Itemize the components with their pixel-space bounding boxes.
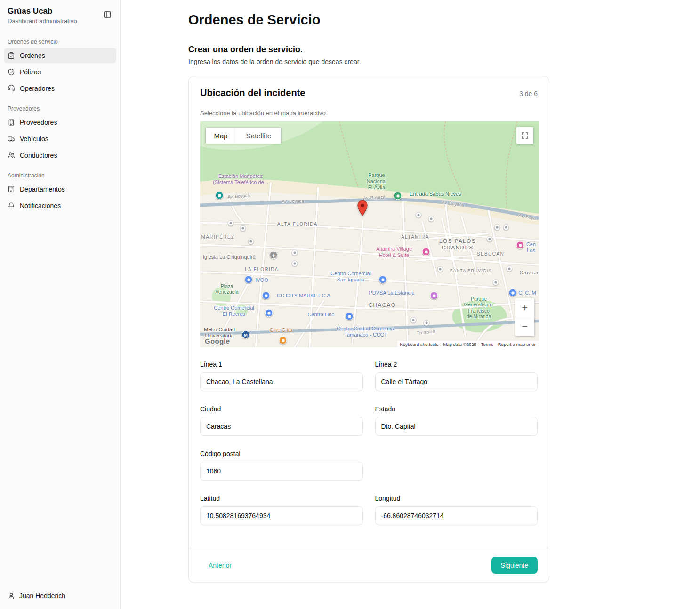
field-estado: Estado bbox=[375, 405, 538, 436]
shopping-icon bbox=[509, 289, 517, 297]
hotel-icon bbox=[422, 248, 430, 256]
poi-dot-icon bbox=[416, 212, 422, 218]
ciudad-input[interactable] bbox=[200, 417, 363, 436]
shopping-icon bbox=[245, 276, 253, 284]
terms-link[interactable]: Terms bbox=[481, 342, 493, 347]
poi-dot-icon bbox=[493, 280, 499, 286]
latitud-input[interactable] bbox=[200, 506, 363, 525]
poi-dot-icon bbox=[424, 320, 430, 326]
nav-section-label: Administración bbox=[4, 169, 116, 182]
truck-icon bbox=[8, 135, 15, 143]
field-linea-1: Línea 1 bbox=[200, 361, 363, 391]
sidebar-item-notificaciones[interactable]: Notificaciones bbox=[4, 198, 116, 213]
poi-dot-icon bbox=[503, 224, 509, 231]
keyboard-shortcuts-link[interactable]: Keyboard shortcuts bbox=[400, 342, 439, 347]
sidebar-item-label: Conductores bbox=[20, 152, 57, 159]
card-title: Ubicación del incidente bbox=[200, 88, 305, 98]
next-button[interactable]: Siguiente bbox=[491, 557, 538, 574]
user-icon bbox=[8, 592, 15, 600]
zoom-out-button[interactable]: − bbox=[515, 317, 534, 336]
satellite-view-button[interactable]: Satellite bbox=[236, 128, 281, 144]
hotel-icon bbox=[516, 241, 524, 249]
google-logo: Google bbox=[205, 337, 230, 345]
field-codigo-postal: Código postal bbox=[200, 450, 363, 481]
report-error-link[interactable]: Report a map error bbox=[498, 342, 536, 347]
fullscreen-button[interactable] bbox=[516, 127, 533, 144]
sidebar-item-label: Departamentos bbox=[20, 185, 65, 193]
bell-icon bbox=[8, 202, 15, 209]
building-icon bbox=[8, 119, 15, 126]
codigo-postal-input[interactable] bbox=[200, 462, 363, 481]
poi-dot-icon bbox=[507, 266, 513, 272]
address-form: Línea 1 Línea 2 Ciudad Estado Código pos… bbox=[200, 361, 538, 525]
section-title: Crear una orden de servicio. bbox=[188, 45, 670, 55]
field-label: Longitud bbox=[375, 495, 538, 502]
sidebar-item-operadores[interactable]: Operadores bbox=[4, 81, 116, 96]
zoom-in-button[interactable]: + bbox=[515, 298, 534, 317]
poi-dot-icon bbox=[487, 236, 493, 242]
sidebar-user[interactable]: Juan Hedderich bbox=[0, 585, 120, 609]
shield-check-icon bbox=[8, 68, 15, 76]
department-building-icon bbox=[8, 185, 15, 193]
poi-dot-icon bbox=[228, 220, 234, 226]
nav-section-label: Proveedores bbox=[4, 103, 116, 115]
field-longitud: Longitud bbox=[375, 495, 538, 525]
app-subtitle: Dashboard administrativo bbox=[8, 17, 113, 24]
sidebar-item-label: Operadores bbox=[20, 85, 55, 92]
poi-dot-icon bbox=[292, 250, 298, 256]
field-label: Código postal bbox=[200, 450, 363, 457]
section-description: Ingresa los datos de la orden de servici… bbox=[188, 58, 670, 65]
sidebar: Grúas Ucab Dashboard administrativo Orde… bbox=[0, 0, 121, 609]
headset-icon bbox=[8, 85, 15, 92]
church-icon: ✝ bbox=[270, 251, 278, 259]
zoom-control: + − bbox=[515, 298, 534, 336]
sidebar-item-proveedores[interactable]: Proveedores bbox=[4, 115, 116, 130]
map-marker-pin bbox=[357, 200, 368, 218]
nav-section-label: Ordenes de servicio bbox=[4, 36, 116, 48]
app-title: Grúas Ucab bbox=[8, 7, 113, 16]
sidebar-item-polizas[interactable]: Pólizas bbox=[4, 64, 116, 80]
map-type-control: Map Satellite bbox=[206, 128, 281, 144]
map-data-text: Map data ©2025 bbox=[443, 342, 476, 347]
step-indicator: 3 de 6 bbox=[519, 90, 538, 97]
map-base-art bbox=[200, 121, 539, 347]
poi-dot-icon bbox=[437, 266, 443, 272]
sidebar-item-label: Notificaciones bbox=[20, 202, 61, 209]
clipboard-check-icon bbox=[8, 52, 15, 59]
sidebar-nav: Ordenes de servicio Ordenes Pólizas Oper… bbox=[0, 29, 120, 215]
map-canvas[interactable]: M✝ Estación Maripérez(Sistema Teleférico… bbox=[200, 121, 539, 347]
sidebar-item-label: Pólizas bbox=[20, 68, 41, 76]
cable-car-icon bbox=[216, 192, 224, 200]
map-hint: Seleccione la ubicación en el mapa inter… bbox=[200, 110, 538, 117]
sidebar-item-ordenes[interactable]: Ordenes bbox=[4, 48, 116, 63]
sidebar-item-conductores[interactable]: Conductores bbox=[4, 148, 116, 163]
sidebar-toggle-button[interactable] bbox=[101, 8, 113, 22]
poi-dot-icon bbox=[410, 317, 417, 323]
wizard-footer: Anterior Siguiente bbox=[189, 548, 549, 582]
user-name: Juan Hedderich bbox=[19, 592, 65, 600]
poi-dot-icon bbox=[248, 239, 254, 245]
incident-location-card: Ubicación del incidente 3 de 6 Seleccion… bbox=[188, 76, 549, 583]
poi-dot-icon bbox=[240, 225, 246, 232]
users-icon bbox=[8, 152, 15, 159]
sidebar-item-label: Vehículos bbox=[20, 135, 48, 143]
longitud-input[interactable] bbox=[375, 506, 538, 525]
map-view-button[interactable]: Map bbox=[206, 128, 236, 144]
shopping-icon bbox=[346, 313, 354, 321]
linea-1-input[interactable] bbox=[200, 372, 363, 391]
estado-input[interactable] bbox=[375, 417, 538, 436]
field-linea-2: Línea 2 bbox=[375, 361, 538, 391]
restaurant-icon bbox=[279, 337, 287, 345]
linea-2-input[interactable] bbox=[375, 372, 538, 391]
previous-button[interactable]: Anterior bbox=[200, 557, 240, 573]
field-spacer bbox=[375, 450, 538, 481]
field-label: Ciudad bbox=[200, 405, 363, 413]
sidebar-item-label: Ordenes bbox=[20, 52, 45, 59]
hiking-trailhead-icon bbox=[394, 192, 402, 200]
page-title: Ordenes de Servicio bbox=[188, 12, 670, 28]
sidebar-item-departamentos[interactable]: Departamentos bbox=[4, 182, 116, 197]
shopping-icon bbox=[379, 276, 387, 284]
field-label: Estado bbox=[375, 405, 538, 413]
field-label: Línea 2 bbox=[375, 361, 538, 368]
sidebar-item-vehiculos[interactable]: Vehículos bbox=[4, 131, 116, 146]
